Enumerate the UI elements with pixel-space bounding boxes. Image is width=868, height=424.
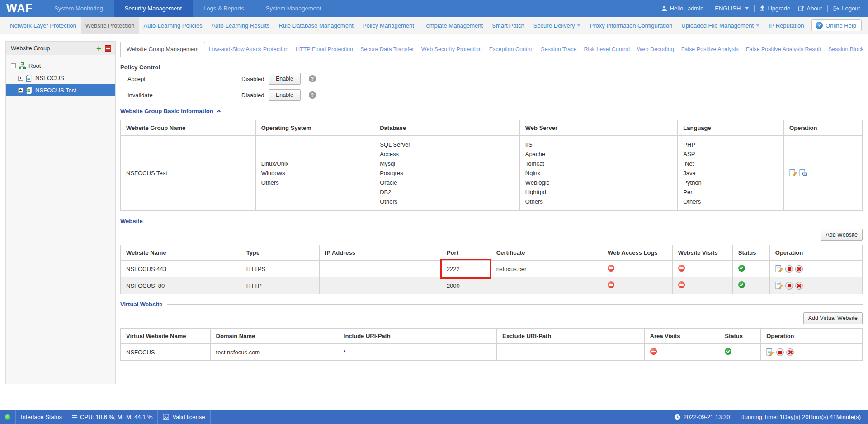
cell-type: HTTPS bbox=[241, 261, 319, 277]
enabled-icon[interactable] bbox=[725, 348, 731, 355]
virtual-website-toolbar: Add Virtual Website bbox=[120, 312, 863, 324]
cell-ip-address bbox=[319, 277, 441, 294]
delete-icon[interactable] bbox=[795, 282, 803, 290]
enabled-icon[interactable] bbox=[738, 265, 745, 272]
tab-web-security-protection[interactable]: Web Security Protection bbox=[418, 42, 486, 57]
subnav-item-secure-delivery[interactable]: Secure Delivery bbox=[529, 17, 585, 34]
sub-nav: Network-Layer Protection Website Protect… bbox=[0, 17, 868, 34]
tab-session-trace[interactable]: Session Trace bbox=[537, 42, 580, 57]
subnav-item-website-protection[interactable]: Website Protection bbox=[81, 17, 139, 34]
collapse-expander-icon[interactable] bbox=[11, 63, 16, 68]
list-value: Postgres bbox=[380, 168, 514, 178]
online-help-button[interactable]: ? Online Help bbox=[811, 19, 862, 31]
column-header: Operation bbox=[761, 329, 863, 344]
top-menu: System Monitoring Security Management Lo… bbox=[43, 0, 332, 17]
expand-expander-icon[interactable] bbox=[18, 88, 23, 93]
document-group-icon bbox=[26, 75, 33, 82]
tab-low-and-slow-attack-protection[interactable]: Low-and-Slow Attack Protection bbox=[205, 42, 292, 57]
top-menu-item-system-management[interactable]: System Management bbox=[255, 0, 332, 17]
tab-risk-level-control[interactable]: Risk Level Control bbox=[580, 42, 633, 57]
website-group-title: Website Group bbox=[11, 45, 50, 52]
about-link[interactable]: About bbox=[798, 5, 822, 12]
subnav-item-proxy-information-configuration[interactable]: Proxy Information Configuration bbox=[585, 17, 677, 34]
delete-icon[interactable] bbox=[795, 265, 803, 273]
tab-false-positive-analysis[interactable]: False Positive Analysis bbox=[678, 42, 742, 57]
top-menu-item-security-management[interactable]: Security Management bbox=[114, 0, 193, 17]
subnav-item-template-management[interactable]: Template Management bbox=[419, 17, 487, 34]
disabled-icon[interactable] bbox=[608, 281, 614, 288]
tab-exception-control[interactable]: Exception Control bbox=[486, 42, 538, 57]
interface-status[interactable]: Interface Status bbox=[16, 410, 67, 424]
website-group-panel: Website Group + Root NSFOCUS bbox=[5, 41, 116, 384]
subnav-item-uploaded-file-management[interactable]: Uploaded File Management bbox=[677, 17, 764, 34]
add-group-button[interactable]: + bbox=[96, 45, 101, 52]
upgrade-link[interactable]: Upgrade bbox=[760, 5, 790, 12]
edit-icon[interactable] bbox=[766, 348, 774, 356]
top-menu-item-logs-reports[interactable]: Logs & Reports bbox=[193, 0, 255, 17]
tree-item-root[interactable]: Root bbox=[6, 60, 115, 72]
list-value: .Net bbox=[683, 159, 778, 168]
basic-info-section-header[interactable]: Website Group Basic Information bbox=[120, 108, 863, 114]
tree-item-nsfocus-test[interactable]: NSFOCUS Test bbox=[6, 84, 115, 96]
delete-group-button[interactable] bbox=[105, 45, 111, 52]
subnav-label: IP Reputation bbox=[769, 22, 804, 29]
disabled-icon[interactable] bbox=[678, 281, 685, 288]
tab-session-block[interactable]: Session Block bbox=[825, 42, 868, 57]
tab-web-decoding[interactable]: Web Decoding bbox=[633, 42, 678, 57]
enable-button[interactable]: Enable bbox=[269, 89, 301, 101]
column-header: Operation bbox=[769, 245, 862, 261]
help-icon[interactable]: ? bbox=[309, 75, 316, 82]
list-value: Mysql bbox=[380, 159, 514, 168]
column-header: Web Server bbox=[519, 120, 678, 136]
disabled-icon[interactable] bbox=[678, 265, 685, 272]
logout-link[interactable]: Logout bbox=[833, 5, 860, 12]
view-details-icon[interactable] bbox=[799, 169, 807, 177]
delete-icon[interactable] bbox=[786, 348, 794, 356]
help-icon[interactable]: ? bbox=[309, 91, 316, 99]
subnav-item-auto-learning-policies[interactable]: Auto-Learning Policies bbox=[139, 17, 207, 34]
tree-item-nsfocus[interactable]: NSFOCUS bbox=[6, 72, 115, 84]
add-website-button[interactable]: Add Website bbox=[821, 229, 863, 241]
tab-false-positive-analysis-result[interactable]: False Positive Analysis Result bbox=[742, 42, 825, 57]
expand-expander-icon[interactable] bbox=[18, 76, 23, 81]
stop-icon[interactable] bbox=[776, 348, 784, 356]
enable-button[interactable]: Enable bbox=[269, 73, 301, 85]
running-time: Running Time: 1Day(s) 20Hour(s) 41Minute… bbox=[735, 410, 868, 424]
subnav-item-policy-management[interactable]: Policy Management bbox=[358, 17, 419, 34]
subnav-item-smart-patch[interactable]: Smart Patch bbox=[487, 17, 529, 34]
document-group-icon bbox=[26, 87, 33, 94]
subnav-item-rule-database-management[interactable]: Rule Database Management bbox=[274, 17, 358, 34]
tab-http-flood-protection[interactable]: HTTP Flood Protection bbox=[292, 42, 357, 57]
policy-status: Disabled bbox=[241, 92, 269, 99]
subnav-item-ip-reputation[interactable]: IP Reputation bbox=[764, 17, 809, 34]
cell-port: 2222 bbox=[441, 261, 491, 277]
enabled-icon[interactable] bbox=[738, 281, 745, 288]
edit-icon[interactable] bbox=[775, 282, 783, 290]
top-menu-item-system-monitoring[interactable]: System Monitoring bbox=[43, 0, 114, 17]
language-selector[interactable]: ENGLISH bbox=[715, 5, 749, 12]
website-section-header: Website bbox=[120, 218, 863, 224]
column-header: Virtual Website Name bbox=[121, 329, 211, 344]
stop-icon[interactable] bbox=[785, 265, 793, 273]
website-toolbar: Add Website bbox=[120, 229, 863, 241]
add-virtual-website-button[interactable]: Add Virtual Website bbox=[803, 312, 863, 324]
user-info[interactable]: Hello,admin bbox=[661, 5, 704, 12]
disabled-icon[interactable] bbox=[608, 265, 614, 272]
disabled-icon[interactable] bbox=[650, 348, 657, 355]
edit-icon[interactable] bbox=[775, 265, 783, 273]
cell-web-server: IIS Apache Tomcat Nginx Weblogic Lighttp… bbox=[519, 136, 678, 211]
tab-website-group-management[interactable]: Website Group Management bbox=[120, 42, 205, 57]
stop-icon[interactable] bbox=[785, 282, 793, 290]
subnav-label: Rule Database Management bbox=[278, 22, 354, 29]
username-link[interactable]: admin bbox=[688, 5, 703, 12]
list-value: PHP bbox=[683, 140, 778, 149]
tab-secure-data-transfer[interactable]: Secure Data Transfer bbox=[357, 42, 418, 57]
edit-icon[interactable] bbox=[789, 169, 797, 177]
subnav-label: Auto-Learning Policies bbox=[144, 22, 203, 29]
datetime-text: 2022-09-21 13:30 bbox=[684, 414, 730, 420]
subnav-item-auto-learning-results[interactable]: Auto-Learning Results bbox=[207, 17, 274, 34]
subnav-item-network-layer-protection[interactable]: Network-Layer Protection bbox=[5, 17, 81, 34]
list-value: SQL Server bbox=[380, 140, 514, 149]
table-row: NSFOCUS:443 HTTPS 2222 nsfocus.cer bbox=[121, 261, 863, 277]
list-value: Others bbox=[380, 197, 514, 206]
